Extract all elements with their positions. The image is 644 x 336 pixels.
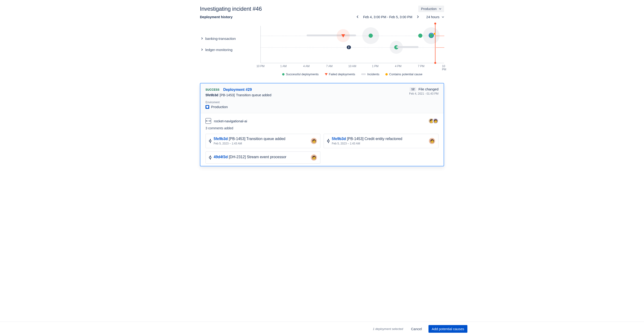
commit-icon (209, 156, 211, 159)
environment-select[interactable]: Production (418, 6, 444, 12)
commit-summary: 5fe9b3d[PB-1453] Transition queue added (206, 93, 438, 97)
commit-sha[interactable]: 49d4f3d (214, 155, 228, 159)
commit-ticket: [PB-1453] (347, 137, 364, 141)
tick-label: 7 AM (326, 64, 332, 68)
commit-icon (327, 140, 330, 142)
contributor-avatars[interactable]: 🧑 🧑 (430, 118, 438, 124)
commit-sha[interactable]: 5fe9b3d (214, 137, 228, 141)
legend-label: Incidents (367, 72, 379, 76)
lane-name: ledger-monitoring (205, 48, 232, 52)
comments-summary[interactable]: 3 comments added (206, 126, 438, 130)
deploy-count-badge[interactable]: 2 (347, 46, 351, 49)
commit-card[interactable]: 5fe9b3d [PB-1453] Credit entity refactor… (324, 134, 438, 148)
range-prev-button[interactable] (356, 15, 359, 19)
legend-label: Contains potential cause (389, 72, 422, 76)
commit-date: Feb 5, 2023 – 1:43 AM (214, 142, 308, 145)
commit-ticket: [PB-1453] (229, 137, 245, 141)
range-text: Feb 4, 3:00 PM - Feb 5, 3:00 PM (363, 15, 412, 19)
deployment-link[interactable]: Deployment #29 (223, 88, 252, 92)
tick-label: 1 AM (280, 64, 286, 68)
tick-label: 10 PM (256, 64, 265, 68)
commit-message: Credit entity refactored (365, 137, 402, 141)
success-deploy-marker[interactable] (368, 34, 373, 38)
deployment-history-label: Deployment history (200, 15, 232, 19)
commit-card[interactable]: 49d4f3d [DH-2312] Stream event processor… (206, 152, 320, 164)
chevron-down-icon (439, 8, 441, 10)
success-deploy-marker[interactable] (429, 34, 433, 38)
timeline-legend: Successful deployments Failed deployment… (260, 72, 444, 76)
commit-sha[interactable]: 5fe9b3d (332, 137, 346, 141)
commit-card[interactable]: 5fe9b3d [PB-1453] Transition queue added… (206, 134, 320, 148)
commit-ticket: [DH-2312] (229, 155, 246, 159)
tick-label: 10 AM (348, 64, 356, 68)
avatar[interactable]: 🧑 (311, 138, 317, 144)
commit-message: Stream event processor (247, 155, 286, 159)
tick-label: 1 PM (372, 64, 378, 68)
legend-potential-icon (385, 73, 388, 76)
avatar[interactable]: 🧑 (311, 154, 317, 160)
environment-select-label: Production (421, 7, 437, 11)
commit-icon (209, 140, 211, 142)
tick-label: 7 PM (418, 64, 424, 68)
lane-toggle-banking[interactable]: banking-transaction (201, 33, 260, 44)
files-changed-label[interactable]: File changed (418, 87, 438, 91)
timeline-chart[interactable]: 2 (260, 26, 444, 63)
repo-icon: <·> (206, 118, 211, 124)
timeline-ticks: 10 PM 1 AM 4 AM 7 AM 10 AM 1 PM 4 PM 7 P… (260, 64, 444, 70)
commit-message: Transition queue added (246, 137, 286, 141)
legend-success-icon (282, 73, 284, 76)
tick-label: 10 PM (442, 64, 446, 71)
legend-failed-icon (325, 73, 328, 76)
chevron-down-icon (442, 16, 444, 18)
environment-label: Enviroment (206, 101, 438, 104)
chevron-right-icon (201, 37, 203, 40)
lane-name: banking-transaction (205, 36, 236, 40)
potential-cause-dot (434, 33, 436, 35)
bitbucket-icon (206, 105, 209, 109)
tick-label: 4 AM (303, 64, 310, 68)
commit-date: Feb 5, 2023 – 1:43 AM (332, 142, 426, 145)
avatar[interactable]: 🧑 (432, 118, 438, 124)
files-changed-count: 12 (410, 88, 416, 91)
failed-deploy-marker[interactable] (341, 34, 345, 38)
repo-name[interactable]: rocket-navigational-ai (214, 119, 247, 123)
legend-incident-icon (361, 74, 366, 75)
deployment-detail-card: SUCCESS Deployment #29 5fe9b3d[PB-1453] … (200, 83, 444, 166)
range-span-select[interactable]: 24 hours (426, 15, 444, 19)
lane-axis-active (435, 47, 444, 48)
environment-value: Production (211, 105, 228, 109)
range-next-button[interactable] (416, 15, 420, 19)
legend-label: Successful deployments (286, 72, 318, 76)
chevron-right-icon (201, 48, 203, 51)
legend-label: Failed deployments (329, 72, 355, 76)
range-span-label: 24 hours (426, 15, 440, 19)
lane-toggle-ledger[interactable]: ledger-monitoring (201, 44, 260, 55)
incident-bar[interactable] (306, 34, 330, 36)
status-badge: SUCCESS (206, 88, 220, 91)
tick-label: 4 PM (395, 64, 402, 68)
success-deploy-marker[interactable] (418, 34, 422, 38)
deploy-datetime: Feb 4, 2021 - 01:43 PM (409, 92, 438, 95)
avatar[interactable]: 🧑 (429, 138, 435, 144)
incident-bar[interactable] (396, 46, 418, 48)
page-title: Investigating incident #46 (200, 6, 262, 12)
